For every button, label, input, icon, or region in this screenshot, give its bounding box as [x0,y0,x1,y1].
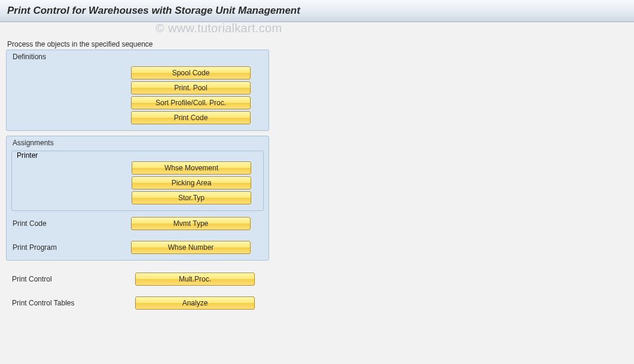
mvmt-type-button[interactable]: Mvmt Type [131,217,251,230]
whse-number-button[interactable]: Whse Number [131,241,251,254]
sort-profile-button[interactable]: Sort Profile/Coll. Proc. [131,96,251,109]
print-control-label: Print Control [11,275,135,283]
outside-rows: Print Control Mult.Proc. Print Control T… [6,273,269,310]
print-code-label: Print Code [11,219,131,228]
stor-typ-button[interactable]: Stor.Typ [132,191,251,204]
print-control-tables-label: Print Control Tables [11,299,135,307]
printer-title: Printer [17,151,258,160]
assignments-title: Assignments [11,136,264,151]
printer-button-stack: Whse Movement Picking Area Stor.Typ [132,161,258,204]
print-program-label: Print Program [11,243,131,252]
print-control-tables-row: Print Control Tables Analyze [6,296,269,310]
picking-area-button[interactable]: Picking Area [132,176,251,189]
assignments-group: Assignments Printer Whse Movement Pickin… [6,136,269,261]
content-area: Process the objects in the specified seq… [0,22,634,310]
definitions-title: Definitions [11,50,264,65]
instruction-text: Process the objects in the specified seq… [7,40,628,48]
print-control-row: Print Control Mult.Proc. [6,273,269,286]
definitions-button-stack: Spool Code Print. Pool Sort Profile/Coll… [131,66,264,124]
mult-proc-button[interactable]: Mult.Proc. [135,273,255,286]
print-program-row: Print Program Whse Number [11,241,264,254]
page-title: Print Control for Warehouses with Storag… [7,5,300,16]
print-pool-button[interactable]: Print. Pool [131,81,251,94]
print-code-button[interactable]: Print Code [131,111,251,124]
whse-movement-button[interactable]: Whse Movement [132,161,251,175]
page-title-bar: Print Control for Warehouses with Storag… [0,0,634,22]
printer-group: Printer Whse Movement Picking Area Stor.… [11,151,264,211]
spool-code-button[interactable]: Spool Code [131,66,251,79]
print-code-row: Print Code Mvmt Type [11,217,264,230]
definitions-group: Definitions Spool Code Print. Pool Sort … [6,50,269,131]
analyze-button[interactable]: Analyze [135,296,255,310]
